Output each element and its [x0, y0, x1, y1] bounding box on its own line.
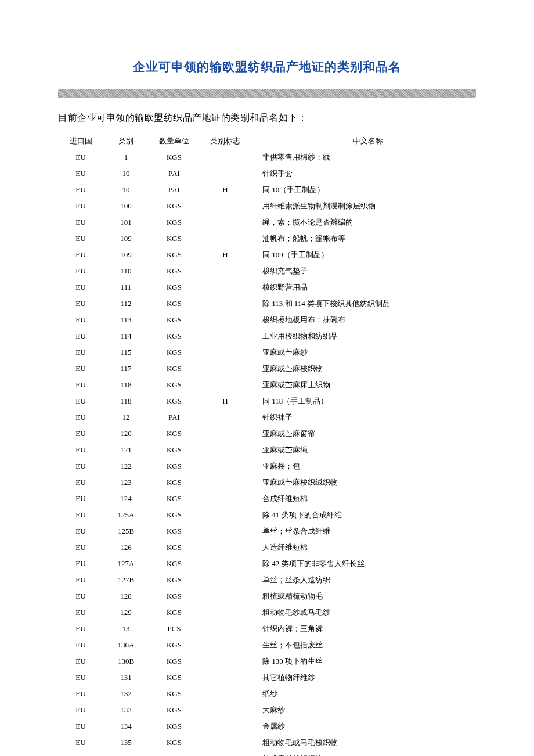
header-unit: 数量单位 [149, 133, 200, 149]
cell-flag [200, 458, 251, 474]
table-row: EU110KGS梭织充气垫子 [58, 263, 476, 279]
table-row: EU127BKGS单丝；丝条人造纺织 [58, 572, 476, 588]
cell-name: 单丝；丝条人造纺织 [251, 572, 476, 588]
table-row: EU10PAIH同 10（手工制品） [58, 182, 476, 198]
cell-flag [200, 572, 251, 588]
cell-flag [200, 296, 251, 312]
header-name: 中文名称 [251, 133, 476, 149]
cell-category: 117 [103, 361, 149, 377]
cell-unit: KGS [149, 491, 200, 507]
top-divider [58, 35, 476, 35]
cell-flag [200, 686, 251, 702]
cell-name: 亚麻或苎麻纱 [251, 344, 476, 361]
cell-flag [200, 523, 251, 539]
cell-flag [200, 344, 251, 361]
cell-name: 工业用梭织物和纺织品 [251, 328, 476, 344]
cell-country: EU [58, 214, 103, 231]
cell-flag [200, 556, 251, 572]
cell-unit: KGS [149, 279, 200, 296]
cell-country: EU [58, 458, 103, 474]
cell-country: EU [58, 247, 103, 263]
cell-name: 人造纤维短棉 [251, 539, 476, 556]
table-row: EU101KGS绳，索；缆不论是否辫编的 [58, 214, 476, 231]
cell-country: EU [58, 231, 103, 247]
cell-flag [200, 669, 251, 686]
table-row: EU118KGS亚麻或苎麻床上织物 [58, 377, 476, 393]
cell-unit: KGS [149, 702, 200, 718]
table-row: EU127AKGS除 42 类项下的非零售人纤长丝 [58, 556, 476, 572]
cell-name: 同 118（手工制品） [251, 393, 476, 409]
cell-flag [200, 328, 251, 344]
cell-flag: H [200, 182, 251, 198]
table-row: EU1KGS非供零售用棉纱；线 [58, 149, 476, 165]
cell-flag [200, 442, 251, 458]
cell-name: 亚麻或苎麻梭织绒织物 [251, 474, 476, 491]
cell-unit: KGS [149, 507, 200, 523]
document-page: 企业可申领的输欧盟纺织品产地证的类别和品名 目前企业可申领的输欧盟纺织品产地证的… [0, 0, 534, 756]
cell-country: EU [58, 149, 103, 165]
cell-country: EU [58, 409, 103, 426]
cell-unit: KGS [149, 653, 200, 669]
cell-country: EU [58, 523, 103, 539]
cell-name: 纸纱 [251, 686, 476, 702]
cell-category: 113 [103, 312, 149, 328]
cell-category: 136 [103, 751, 149, 756]
cell-name: 粗梳或精梳动物毛 [251, 588, 476, 604]
cell-flag [200, 149, 251, 165]
cell-flag [200, 279, 251, 296]
cell-unit: KGS [149, 231, 200, 247]
cell-country: EU [58, 491, 103, 507]
cell-category: 132 [103, 686, 149, 702]
cell-category: 129 [103, 604, 149, 621]
cell-name: 绳，索；缆不论是否辫编的 [251, 214, 476, 231]
cell-name: 亚麻或苎麻窗帘 [251, 426, 476, 442]
cell-country: EU [58, 621, 103, 637]
cell-flag [200, 312, 251, 328]
table-row: EU124KGS合成纤维短棉 [58, 491, 476, 507]
cell-category: 128 [103, 588, 149, 604]
cell-category: 101 [103, 214, 149, 231]
cell-unit: PAI [149, 165, 200, 182]
cell-category: 12 [103, 409, 149, 426]
cell-unit: KGS [149, 751, 200, 756]
page-title: 企业可申领的输欧盟纺织品产地证的类别和品名 [58, 59, 476, 75]
cell-flag [200, 588, 251, 604]
cell-flag [200, 165, 251, 182]
cell-name: 针织内裤；三角裤 [251, 621, 476, 637]
cell-category: 125B [103, 523, 149, 539]
cell-unit: KGS [149, 686, 200, 702]
cell-category: 10 [103, 182, 149, 198]
cell-name: 除 113 和 114 类项下梭织其他纺织制品 [251, 296, 476, 312]
header-country: 进口国 [58, 133, 103, 149]
cell-flag [200, 604, 251, 621]
cell-country: EU [58, 393, 103, 409]
cell-unit: KGS [149, 637, 200, 653]
cell-category: 135 [103, 735, 149, 751]
cell-name: 生丝；不包括废丝 [251, 637, 476, 653]
cell-flag [200, 263, 251, 279]
cell-name: 亚麻或苎麻床上织物 [251, 377, 476, 393]
table-row: EU130BKGS除 130 项下的生丝 [58, 653, 476, 669]
cell-name: 单丝；丝条合成纤维 [251, 523, 476, 539]
cell-name: 大麻纱 [251, 702, 476, 718]
table-row: EU120KGS亚麻或苎麻窗帘 [58, 426, 476, 442]
cell-unit: KGS [149, 247, 200, 263]
cell-name: 金属纱 [251, 718, 476, 735]
cell-country: EU [58, 539, 103, 556]
cell-unit: KGS [149, 296, 200, 312]
table-row: EU13PCS针织内裤；三角裤 [58, 621, 476, 637]
cell-country: EU [58, 669, 103, 686]
cell-category: 120 [103, 426, 149, 442]
cell-name: 亚麻袋；包 [251, 458, 476, 474]
table-row: EU117KGS亚麻或苎麻梭织物 [58, 361, 476, 377]
cell-unit: KGS [149, 426, 200, 442]
table-row: EU112KGS除 113 和 114 类项下梭织其他纺织制品 [58, 296, 476, 312]
cell-category: 111 [103, 279, 149, 296]
cell-category: 1 [103, 149, 149, 165]
cell-flag [200, 491, 251, 507]
cell-flag [200, 214, 251, 231]
cell-country: EU [58, 588, 103, 604]
table-row: EU132KGS纸纱 [58, 686, 476, 702]
table-row: EU109KGSH同 109（手工制品） [58, 247, 476, 263]
cell-category: 118 [103, 393, 149, 409]
